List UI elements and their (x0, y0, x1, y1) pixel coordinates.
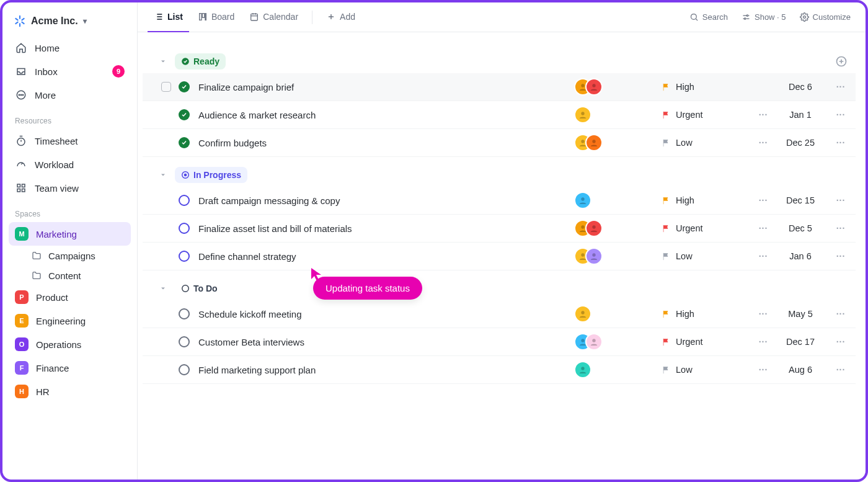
column-more-icon[interactable]: ··· (754, 251, 773, 261)
avatar[interactable] (574, 192, 591, 209)
task-row[interactable]: Field marketing support plan Low ··· Aug… (143, 356, 856, 384)
priority-cell[interactable]: High (661, 309, 754, 319)
row-more-icon[interactable]: ··· (828, 337, 853, 347)
space-label: Operations (36, 339, 81, 350)
priority-cell[interactable]: Urgent (661, 110, 754, 120)
column-more-icon[interactable]: ··· (754, 337, 773, 347)
task-row[interactable]: Finalize asset list and bill of material… (143, 215, 856, 243)
tab-board[interactable]: Board (192, 2, 241, 32)
nav-workload[interactable]: Workload (9, 153, 131, 176)
status-chip[interactable]: Ready (175, 53, 226, 69)
status-icon-todo[interactable] (179, 308, 190, 319)
status-chip[interactable]: To Do (175, 280, 224, 297)
priority-cell[interactable]: Low (661, 365, 754, 375)
nav-home[interactable]: Home (9, 36, 131, 60)
status-icon-todo[interactable] (179, 336, 190, 347)
due-date[interactable]: Dec 6 (773, 82, 828, 92)
priority-label: Urgent (676, 337, 703, 347)
show-button[interactable]: Show · 5 (737, 9, 791, 25)
avatar[interactable] (585, 134, 603, 151)
folder-label: Campaigns (48, 251, 95, 261)
add-view-button[interactable]: Add (320, 2, 361, 32)
status-icon-done[interactable] (179, 137, 190, 148)
column-more-icon[interactable]: ··· (754, 309, 773, 319)
space-item-finance[interactable]: F Finance (9, 356, 131, 380)
priority-cell[interactable]: Urgent (661, 223, 754, 233)
column-more-icon[interactable]: ··· (754, 365, 773, 375)
task-row[interactable]: Confirm budgets Low ··· Dec 25 ··· (143, 129, 856, 157)
avatar[interactable] (574, 361, 591, 378)
collapse-icon[interactable] (157, 283, 169, 294)
priority-cell[interactable]: Urgent (661, 337, 754, 347)
space-item-marketing[interactable]: M Marketing (9, 222, 131, 246)
avatar[interactable] (574, 106, 591, 123)
space-item-engineering[interactable]: E Engineering (9, 309, 131, 332)
status-icon-done[interactable] (179, 109, 190, 120)
priority-cell[interactable]: High (661, 82, 754, 92)
collapse-icon[interactable] (157, 169, 169, 181)
column-more-icon[interactable]: ··· (754, 223, 773, 233)
add-task-icon[interactable] (835, 55, 848, 68)
task-row[interactable]: Customer Beta interviews Urgent ··· Dec … (143, 328, 856, 356)
priority-cell[interactable]: Low (661, 251, 754, 261)
tab-calendar[interactable]: Calendar (243, 2, 304, 32)
folder-item[interactable]: Content (9, 266, 131, 285)
column-more-icon[interactable]: ··· (754, 110, 773, 120)
status-icon-done[interactable] (179, 81, 190, 92)
status-icon-open[interactable] (179, 223, 190, 234)
space-item-operations[interactable]: O Operations (9, 332, 131, 356)
priority-cell[interactable]: High (661, 195, 754, 205)
avatar[interactable] (585, 248, 603, 265)
column-more-icon[interactable]: ··· (754, 138, 773, 148)
row-more-icon[interactable]: ··· (828, 110, 853, 120)
row-more-icon[interactable]: ··· (828, 309, 853, 319)
due-date[interactable]: Dec 5 (773, 223, 828, 233)
row-more-icon[interactable]: ··· (828, 223, 853, 233)
task-name: Draft campaign messaging & copy (198, 195, 574, 206)
due-date[interactable]: Dec 17 (773, 337, 828, 347)
task-row[interactable]: Audience & market research Urgent ··· Ja… (143, 101, 856, 129)
avatar[interactable] (585, 220, 603, 237)
status-icon-open[interactable] (179, 195, 190, 206)
customize-button[interactable]: Customize (795, 9, 856, 25)
priority-label: Low (676, 251, 693, 261)
nav-timesheet[interactable]: Timesheet (9, 129, 131, 153)
avatar[interactable] (574, 305, 591, 323)
space-item-product[interactable]: P Product (9, 285, 131, 309)
avatar[interactable] (585, 78, 603, 96)
task-checkbox[interactable] (161, 82, 171, 92)
search-button[interactable]: Search (684, 9, 733, 25)
status-icon-open[interactable] (179, 251, 190, 262)
due-date[interactable]: Aug 6 (773, 365, 828, 375)
nav-more[interactable]: More (9, 83, 131, 107)
home-icon (15, 42, 27, 54)
workspace-switcher[interactable]: Acme Inc. ▾ (9, 11, 131, 36)
row-more-icon[interactable]: ··· (828, 251, 853, 261)
priority-cell[interactable]: Low (661, 138, 754, 148)
space-item-hr[interactable]: H HR (9, 380, 131, 403)
collapse-icon[interactable] (157, 56, 169, 67)
row-more-icon[interactable]: ··· (828, 138, 853, 148)
folder-item[interactable]: Campaigns (9, 246, 131, 266)
task-row[interactable]: Define channel strategy Low ··· Jan 6 ··… (143, 243, 856, 270)
nav-team-view[interactable]: Team view (9, 176, 131, 200)
task-row[interactable]: Schedule kickoff meeting High ··· May 5 … (143, 300, 856, 328)
due-date[interactable]: Jan 6 (773, 251, 828, 261)
due-date[interactable]: May 5 (773, 309, 828, 319)
row-more-icon[interactable]: ··· (828, 82, 853, 92)
due-date[interactable]: Dec 25 (773, 138, 828, 148)
due-date[interactable]: Jan 1 (773, 110, 828, 120)
column-more-icon[interactable]: ··· (754, 195, 773, 205)
status-chip[interactable]: In Progress (175, 167, 247, 183)
nav-inbox[interactable]: Inbox 9 (9, 60, 131, 83)
due-date[interactable]: Dec 15 (773, 195, 828, 205)
row-more-icon[interactable]: ··· (828, 365, 853, 375)
task-row[interactable]: Draft campaign messaging & copy High ···… (143, 187, 856, 215)
flag-icon (661, 110, 671, 120)
avatar[interactable] (585, 333, 603, 350)
row-more-icon[interactable]: ··· (828, 195, 853, 205)
task-row[interactable]: Finalize campaign brief High Dec 6 ··· (143, 73, 856, 101)
tab-list[interactable]: List (148, 2, 189, 32)
space-bullet: P (15, 290, 29, 304)
status-icon-todo[interactable] (179, 364, 190, 375)
